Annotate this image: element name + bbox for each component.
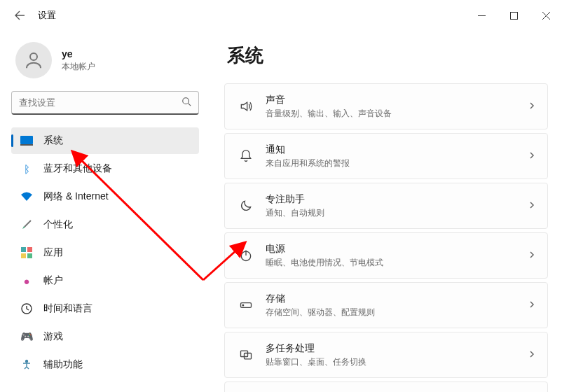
nav-item-bluetooth[interactable]: ᛒ 蓝牙和其他设备 bbox=[11, 155, 199, 182]
nav-item-accounts[interactable]: ● 帐户 bbox=[11, 267, 199, 294]
card-title: 声音 bbox=[266, 94, 392, 106]
card-title: 通知 bbox=[266, 144, 350, 156]
nav-label: 游戏 bbox=[43, 330, 63, 343]
card-subtitle: 通知、自动规则 bbox=[266, 207, 324, 219]
svg-line-9 bbox=[25, 220, 31, 227]
svg-point-5 bbox=[183, 98, 189, 104]
nav-item-personalization[interactable]: 个性化 bbox=[11, 211, 199, 238]
card-power[interactable]: 电源 睡眠、电池使用情况、节电模式 bbox=[224, 232, 548, 279]
card-storage[interactable]: 存储 存储空间、驱动器、配置规则 bbox=[224, 282, 548, 328]
nav-label: 应用 bbox=[43, 246, 63, 259]
svg-point-4 bbox=[30, 53, 37, 60]
nav-item-system[interactable]: 系统 bbox=[11, 127, 199, 154]
card-subtitle: 睡眠、电池使用情况、节电模式 bbox=[266, 257, 383, 269]
display-icon bbox=[20, 134, 34, 148]
chevron-right-icon bbox=[528, 349, 536, 361]
search-box[interactable] bbox=[11, 91, 199, 115]
storage-icon bbox=[233, 298, 259, 312]
gamepad-icon: 🎮 bbox=[20, 330, 34, 344]
page-title: 系统 bbox=[227, 43, 548, 68]
svg-rect-10 bbox=[21, 247, 26, 252]
nav-label: 蓝牙和其他设备 bbox=[43, 162, 112, 175]
bluetooth-icon: ᛒ bbox=[20, 162, 34, 176]
chevron-right-icon bbox=[528, 299, 536, 312]
back-arrow-icon bbox=[14, 10, 25, 21]
card-focus-assist[interactable]: 专注助手 通知、自动规则 bbox=[224, 183, 548, 229]
svg-point-15 bbox=[26, 360, 28, 363]
card-activation[interactable]: 激活 bbox=[224, 382, 548, 392]
nav-item-network[interactable]: 网络 & Internet bbox=[11, 183, 199, 210]
card-title: 存储 bbox=[266, 293, 375, 305]
card-subtitle: 音量级别、输出、输入、声音设备 bbox=[266, 108, 392, 120]
sidebar: ye 本地帐户 系统 ᛒ 蓝牙和其他设备 网络 & Internet bbox=[0, 31, 210, 392]
chevron-right-icon bbox=[528, 100, 536, 113]
card-title: 多任务处理 bbox=[266, 342, 366, 355]
close-button[interactable] bbox=[530, 4, 562, 27]
main-content: 系统 声音 音量级别、输出、输入、声音设备 通知 来自应用和系统的警报 bbox=[210, 31, 562, 392]
nav-item-time-language[interactable]: 时间和语言 bbox=[11, 295, 199, 322]
wifi-icon bbox=[20, 190, 34, 204]
card-subtitle: 来自应用和系统的警报 bbox=[266, 158, 350, 169]
window-controls bbox=[465, 4, 562, 27]
accessibility-icon bbox=[20, 358, 34, 372]
power-icon bbox=[233, 248, 259, 262]
svg-point-19 bbox=[242, 304, 244, 306]
svg-rect-7 bbox=[20, 136, 33, 144]
nav-label: 系统 bbox=[43, 134, 63, 147]
card-multitasking[interactable]: 多任务处理 贴靠窗口、桌面、任务切换 bbox=[224, 332, 548, 378]
nav-label: 个性化 bbox=[43, 218, 73, 231]
card-notifications[interactable]: 通知 来自应用和系统的警报 bbox=[224, 133, 548, 179]
card-sound[interactable]: 声音 音量级别、输出、输入、声音设备 bbox=[224, 83, 548, 130]
card-title: 电源 bbox=[266, 243, 383, 255]
sound-icon bbox=[233, 99, 259, 113]
search-icon bbox=[181, 97, 191, 108]
nav-item-accessibility[interactable]: 辅助功能 bbox=[11, 351, 199, 378]
svg-line-6 bbox=[189, 104, 191, 106]
person-icon: ● bbox=[20, 274, 34, 288]
nav-label: 辅助功能 bbox=[43, 358, 83, 371]
svg-rect-8 bbox=[20, 144, 33, 146]
apps-icon bbox=[20, 246, 34, 260]
moon-icon bbox=[233, 199, 259, 213]
user-name: ye bbox=[62, 48, 95, 59]
user-subtitle: 本地帐户 bbox=[62, 61, 95, 73]
nav-label: 网络 & Internet bbox=[43, 190, 109, 203]
nav-label: 时间和语言 bbox=[43, 302, 92, 315]
nav-item-apps[interactable]: 应用 bbox=[11, 239, 199, 266]
settings-card-list: 声音 音量级别、输出、输入、声音设备 通知 来自应用和系统的警报 专注助手 通知… bbox=[224, 83, 548, 392]
chevron-right-icon bbox=[528, 200, 536, 212]
chevron-right-icon bbox=[528, 150, 536, 162]
brush-icon bbox=[20, 218, 34, 232]
nav-list: 系统 ᛒ 蓝牙和其他设备 网络 & Internet 个性化 应用 ● 帐户 bbox=[11, 127, 199, 378]
card-subtitle: 贴靠窗口、桌面、任务切换 bbox=[266, 356, 366, 368]
user-account-row[interactable]: ye 本地帐户 bbox=[11, 38, 199, 88]
maximize-button[interactable] bbox=[498, 4, 530, 27]
avatar bbox=[15, 42, 52, 78]
bell-icon bbox=[233, 149, 259, 163]
chevron-right-icon bbox=[528, 249, 536, 262]
multitask-icon bbox=[233, 348, 259, 362]
card-title: 专注助手 bbox=[266, 193, 324, 206]
titlebar: 设置 bbox=[0, 0, 562, 31]
clock-icon bbox=[20, 302, 34, 316]
person-icon bbox=[23, 50, 44, 71]
card-subtitle: 存储空间、驱动器、配置规则 bbox=[266, 307, 375, 318]
svg-rect-13 bbox=[27, 253, 32, 258]
svg-rect-11 bbox=[27, 247, 32, 252]
window-title: 设置 bbox=[38, 9, 56, 22]
nav-label: 帐户 bbox=[43, 274, 63, 287]
back-button[interactable] bbox=[6, 1, 34, 29]
minimize-button[interactable] bbox=[465, 4, 498, 27]
search-input[interactable] bbox=[19, 97, 181, 108]
nav-item-gaming[interactable]: 🎮 游戏 bbox=[11, 323, 199, 350]
svg-rect-12 bbox=[21, 253, 26, 258]
svg-rect-1 bbox=[510, 12, 517, 19]
